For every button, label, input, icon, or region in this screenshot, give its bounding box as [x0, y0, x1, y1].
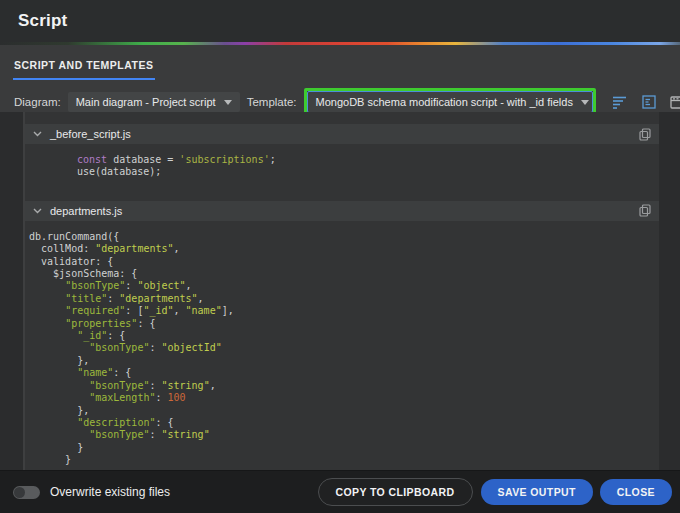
section-filename: departments.js [50, 205, 631, 217]
template-label: Template: [247, 96, 297, 108]
window-icon[interactable] [669, 93, 680, 111]
section-header[interactable]: _before_script.js [25, 124, 659, 144]
wrap-lines-icon[interactable] [611, 93, 629, 111]
code-sections: _before_script.js const database = 'subs… [23, 112, 659, 470]
copy-icon[interactable] [639, 204, 651, 217]
copy-icon[interactable] [639, 128, 651, 141]
dialog-title-bar: Script [0, 0, 680, 42]
section-filename: _before_script.js [50, 128, 631, 140]
code-section: _before_script.js const database = 'subs… [25, 124, 659, 179]
diagram-label: Diagram: [14, 96, 61, 108]
toolbar-icons [611, 93, 680, 111]
copy-to-clipboard-button[interactable]: COPY TO CLIPBOARD [318, 478, 473, 506]
diagram-select[interactable]: Main diagram - Project script [68, 92, 240, 112]
code-section: departments.js db.runCommand({ collMod: … [25, 201, 659, 467]
template-select[interactable]: MongoDB schema modification script - wit… [307, 91, 593, 113]
overwrite-toggle[interactable] [13, 486, 40, 499]
tab-script-and-templates[interactable]: SCRIPT AND TEMPLATES [13, 57, 155, 80]
close-button[interactable]: CLOSE [600, 479, 672, 505]
overwrite-toggle-label: Overwrite existing files [50, 485, 170, 499]
diagram-select-value: Main diagram - Project script [76, 96, 216, 108]
template-select-value: MongoDB schema modification script - wit… [316, 96, 573, 108]
code-block: const database = 'subscriptions'; use(da… [25, 154, 659, 179]
code-block: db.runCommand({ collMod: "departments", … [25, 231, 659, 467]
tab-bar: SCRIPT AND TEMPLATES [0, 55, 680, 80]
script-output-area: _before_script.js const database = 'subs… [0, 112, 680, 470]
save-output-button[interactable]: SAVE OUTPUT [481, 479, 593, 505]
section-header[interactable]: departments.js [25, 201, 659, 221]
toggle-knob [14, 487, 25, 498]
chevron-down-icon [224, 100, 232, 105]
dialog-title: Script [18, 11, 67, 31]
chevron-down-icon [33, 131, 42, 137]
script-panel-icon[interactable] [640, 93, 658, 111]
chevron-down-icon [581, 100, 589, 105]
footer-bar: Overwrite existing files COPY TO CLIPBOA… [0, 470, 680, 513]
chevron-down-icon [33, 208, 42, 214]
